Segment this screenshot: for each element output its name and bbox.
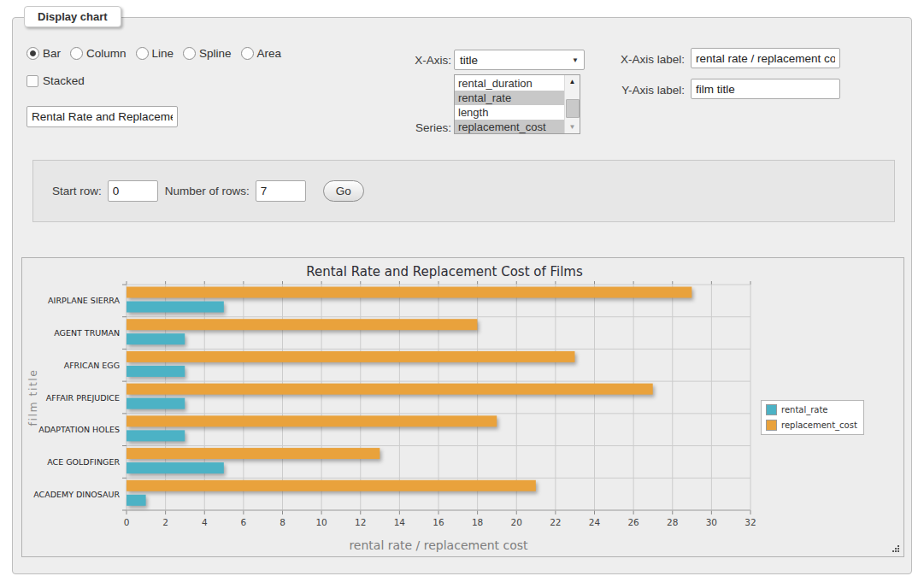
svg-text:Rental Rate and Replacement Co: Rental Rate and Replacement Cost of Film… xyxy=(306,264,583,279)
svg-text:AFFAIR PREJUDICE: AFFAIR PREJUDICE xyxy=(46,393,120,403)
svg-text:26: 26 xyxy=(627,517,639,527)
stacked-label: Stacked xyxy=(43,74,85,87)
svg-text:14: 14 xyxy=(394,517,406,527)
svg-text:18: 18 xyxy=(472,517,483,527)
radio-icon xyxy=(26,47,39,60)
go-button[interactable]: Go xyxy=(323,180,364,202)
radio-icon xyxy=(183,47,196,60)
chart-type-radio-line[interactable]: Line xyxy=(136,47,174,60)
svg-text:30: 30 xyxy=(706,517,717,527)
series-option-length[interactable]: length xyxy=(455,105,565,120)
scroll-down-icon[interactable]: ▼ xyxy=(565,121,580,133)
num-rows-input[interactable] xyxy=(256,180,306,202)
svg-text:ADAPTATION HOLES: ADAPTATION HOLES xyxy=(38,425,120,434)
svg-text:ACADEMY DINOSAUR: ACADEMY DINOSAUR xyxy=(33,490,120,499)
chart-type-radio-spline[interactable]: Spline xyxy=(183,47,232,60)
svg-text:28: 28 xyxy=(667,517,678,527)
svg-text:AFRICAN EGG: AFRICAN EGG xyxy=(64,361,120,370)
svg-text:6: 6 xyxy=(241,517,247,527)
svg-text:20: 20 xyxy=(511,517,522,527)
chart-type-radio-bar[interactable]: Bar xyxy=(26,47,61,60)
fieldset-legend: Display chart xyxy=(24,6,121,27)
chart-type-radio-area[interactable]: Area xyxy=(241,47,282,60)
series-listbox[interactable]: rental_duration rental_rate length repla… xyxy=(454,74,580,134)
series-list-label: Series: xyxy=(389,121,451,134)
radio-icon xyxy=(241,47,254,60)
radio-label: Column xyxy=(86,47,127,60)
chart-type-radio-group: Bar Column Line Spline Area xyxy=(26,47,281,60)
chart-legend: rental_rate replacement_cost xyxy=(761,400,864,435)
num-rows-label: Number of rows: xyxy=(165,185,250,197)
x-axis-label-label: X-Axis label: xyxy=(609,53,685,66)
svg-text:AGENT TRUMAN: AGENT TRUMAN xyxy=(54,328,120,338)
series-option-replacement-cost[interactable]: replacement_cost xyxy=(455,120,565,134)
chart-type-radio-column[interactable]: Column xyxy=(70,47,127,60)
svg-text:0: 0 xyxy=(124,517,130,527)
series-option-rental-duration[interactable]: rental_duration xyxy=(455,76,565,91)
row-controls-box: Start row: Number of rows: Go xyxy=(32,160,895,222)
svg-text:8: 8 xyxy=(280,517,285,527)
radio-label: Bar xyxy=(43,47,61,60)
x-axis-label-input[interactable] xyxy=(691,48,840,68)
stacked-checkbox[interactable]: Stacked xyxy=(26,74,85,87)
listbox-scrollbar[interactable]: ▲ ▼ xyxy=(564,75,580,133)
chart-title-input[interactable] xyxy=(26,106,178,127)
x-axis-select-label: X-Axis: xyxy=(389,54,451,67)
legend-swatch-replacement-cost xyxy=(766,420,777,431)
radio-label: Area xyxy=(257,47,282,60)
svg-text:4: 4 xyxy=(202,517,208,527)
svg-text:12: 12 xyxy=(355,517,366,527)
legend-swatch-rental-rate xyxy=(766,404,777,415)
svg-text:22: 22 xyxy=(550,517,561,527)
display-chart-fieldset: Display chart Bar Column Line Spline Are… xyxy=(12,17,912,574)
scroll-up-icon[interactable]: ▲ xyxy=(565,75,580,88)
series-options: rental_duration rental_rate length repla… xyxy=(455,75,565,133)
legend-label: rental_rate xyxy=(781,405,828,414)
start-row-input[interactable] xyxy=(108,180,158,202)
radio-label: Line xyxy=(152,47,174,60)
svg-text:24: 24 xyxy=(589,517,601,527)
svg-text:rental rate / replacement cost: rental rate / replacement cost xyxy=(349,538,528,552)
chart-container: 02468101214161820222426283032AIRPLANE SI… xyxy=(21,257,904,557)
svg-text:10: 10 xyxy=(315,517,327,527)
svg-text:16: 16 xyxy=(433,517,444,527)
x-axis-select[interactable]: title ▼ xyxy=(454,50,585,70)
radio-icon xyxy=(70,47,83,60)
y-axis-label-input[interactable] xyxy=(691,79,840,99)
scrollbar-thumb[interactable] xyxy=(566,99,580,118)
y-axis-label-label: Y-Axis label: xyxy=(609,84,685,97)
checkbox-icon xyxy=(26,75,38,87)
svg-text:film title: film title xyxy=(26,369,39,426)
series-option-rental-rate[interactable]: rental_rate xyxy=(455,91,565,105)
radio-label: Spline xyxy=(199,47,232,60)
legend-label: replacement_cost xyxy=(781,420,857,430)
chevron-down-icon: ▼ xyxy=(572,56,579,64)
start-row-label: Start row: xyxy=(52,185,102,197)
legend-item-rental-rate: rental_rate xyxy=(766,404,857,415)
svg-text:AIRPLANE SIERRA: AIRPLANE SIERRA xyxy=(48,296,120,305)
svg-text:2: 2 xyxy=(162,517,168,527)
legend-item-replacement-cost: replacement_cost xyxy=(766,420,857,431)
resize-handle-icon[interactable] xyxy=(891,544,901,554)
radio-icon xyxy=(136,47,149,60)
x-axis-select-value: title xyxy=(460,54,478,67)
svg-text:32: 32 xyxy=(744,517,756,527)
svg-text:ACE GOLDFINGER: ACE GOLDFINGER xyxy=(47,457,120,467)
